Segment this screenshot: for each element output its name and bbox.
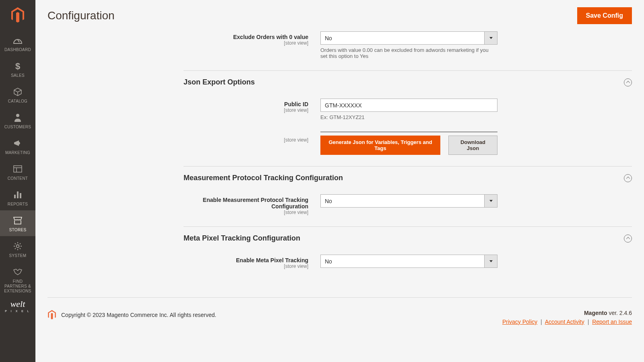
field-label: Exclude Orders with 0 value xyxy=(233,34,308,40)
sidebar-label: MARKETING xyxy=(5,150,30,155)
collapse-icon xyxy=(624,174,632,182)
sidebar-item-marketing[interactable]: MARKETING xyxy=(0,133,35,159)
person-icon xyxy=(12,112,23,123)
field-control-col: No xyxy=(320,194,497,215)
bar-chart-icon xyxy=(12,189,23,200)
sidebar-label: CATALOG xyxy=(8,99,27,104)
sidebar-item-system[interactable]: SYSTEM xyxy=(0,236,35,262)
field-scope: [store view] xyxy=(184,40,308,46)
download-json-button[interactable]: Download Json xyxy=(448,136,497,155)
section-title: Json Export Options xyxy=(184,78,255,86)
sidebar-label: CUSTOMERS xyxy=(4,125,31,130)
sidebar-item-dashboard[interactable]: DASHBOARD xyxy=(0,30,35,56)
field-enable-measurement: Enable Measurement Protocol Tracking Con… xyxy=(184,185,632,219)
svg-rect-2 xyxy=(14,166,22,172)
select-wrap: No xyxy=(320,194,497,208)
field-scope: [store view] xyxy=(184,137,308,143)
field-scope: [store view] xyxy=(184,210,308,215)
svg-text:$: $ xyxy=(15,61,20,71)
welt-sub: P I X E L xyxy=(5,310,31,313)
footer-version: Magento ver. 2.4.6 xyxy=(502,310,632,316)
layout-icon xyxy=(12,163,23,175)
handshake-icon xyxy=(12,266,23,278)
collapse-icon xyxy=(624,234,632,243)
sidebar: DASHBOARD $ SALES CATALOG CUSTOMERS MARK… xyxy=(0,0,35,362)
exclude-orders-select[interactable]: No xyxy=(320,31,497,45)
button-row-border: Generate Json for Variables, Triggers an… xyxy=(320,132,497,155)
sidebar-item-sales[interactable]: $ SALES xyxy=(0,56,35,82)
content: Exclude Orders with 0 value [store view]… xyxy=(35,27,644,345)
svg-rect-5 xyxy=(14,195,16,198)
welt-logo[interactable]: welt P I X E L xyxy=(5,300,31,313)
save-config-button[interactable]: Save Config xyxy=(577,7,632,24)
enable-measurement-select[interactable]: No xyxy=(320,194,497,208)
section-meta-pixel[interactable]: Meta Pixel Tracking Configuration xyxy=(184,226,632,246)
welt-text: welt xyxy=(10,299,25,309)
select-wrap: No xyxy=(320,255,497,268)
field-control-col: Generate Json for Variables, Triggers an… xyxy=(320,132,497,155)
field-label: Public ID xyxy=(284,101,308,107)
field-label-col: Exclude Orders with 0 value [store view] xyxy=(184,31,320,59)
dollar-icon: $ xyxy=(12,60,23,72)
magento-small-logo-icon xyxy=(47,310,56,320)
footer-ver-text: ver. 2.4.6 xyxy=(607,310,632,316)
privacy-policy-link[interactable]: Privacy Policy xyxy=(502,319,537,325)
page-title: Configuration xyxy=(47,9,115,22)
field-label: Enable Measurement Protocol Tracking Con… xyxy=(203,197,308,210)
field-scope: [store view] xyxy=(184,107,308,113)
field-exclude-orders: Exclude Orders with 0 value [store view]… xyxy=(184,27,632,63)
footer: Copyright © 2023 Magento Commerce Inc. A… xyxy=(47,297,632,333)
sidebar-item-stores[interactable]: STORES xyxy=(0,210,35,236)
sidebar-label: SALES xyxy=(11,73,25,78)
field-label: Enable Meta Pixel Tracking xyxy=(236,257,308,263)
public-id-input[interactable] xyxy=(320,99,497,112)
sidebar-item-catalog[interactable]: CATALOG xyxy=(0,82,35,107)
field-label-col: [store view] xyxy=(184,132,320,155)
generate-json-button[interactable]: Generate Json for Variables, Triggers an… xyxy=(320,136,440,155)
sidebar-label: CONTENT xyxy=(8,176,28,181)
separator: | xyxy=(541,319,542,325)
field-note: Ex: GTM-12XYZ21 xyxy=(320,114,489,120)
field-label-col: Enable Meta Pixel Tracking [store view] xyxy=(184,255,320,269)
field-scope: [store view] xyxy=(184,263,308,269)
sidebar-label: STORES xyxy=(9,228,27,232)
report-issue-link[interactable]: Report an Issue xyxy=(592,319,632,325)
sidebar-label: DASHBOARD xyxy=(4,47,31,52)
footer-brand: Magento xyxy=(584,310,607,316)
magento-logo[interactable] xyxy=(0,0,35,30)
sidebar-item-content[interactable]: CONTENT xyxy=(0,159,35,185)
section-json-export[interactable]: Json Export Options xyxy=(184,70,632,90)
enable-meta-pixel-select[interactable]: No xyxy=(320,255,497,268)
svg-point-8 xyxy=(17,245,19,248)
account-activity-link[interactable]: Account Activity xyxy=(545,319,584,325)
sidebar-label: FIND PARTNERS & EXTENSIONS xyxy=(2,279,34,294)
section-title: Measurement Protocol Tracking Configurat… xyxy=(184,174,343,182)
field-generate-json: [store view] Generate Json for Variables… xyxy=(184,124,632,159)
config-form: Exclude Orders with 0 value [store view]… xyxy=(184,27,632,273)
sidebar-item-find-partners[interactable]: FIND PARTNERS & EXTENSIONS xyxy=(0,262,35,297)
button-row: Generate Json for Variables, Triggers an… xyxy=(320,136,497,155)
page-header: Configuration Save Config xyxy=(35,0,644,27)
svg-rect-6 xyxy=(17,191,19,198)
sidebar-item-customers[interactable]: CUSTOMERS xyxy=(0,107,35,133)
collapse-icon xyxy=(624,78,632,86)
section-title: Meta Pixel Tracking Configuration xyxy=(184,234,300,243)
footer-links: Privacy Policy | Account Activity | Repo… xyxy=(502,319,632,325)
select-wrap: No xyxy=(320,31,497,45)
sidebar-item-reports[interactable]: REPORTS xyxy=(0,185,35,210)
sidebar-label: SYSTEM xyxy=(9,253,27,258)
field-note: Orders with value 0.00 can be excluded f… xyxy=(320,47,489,59)
sidebar-label: REPORTS xyxy=(8,202,28,207)
field-control-col: No xyxy=(320,255,497,269)
magento-logo-icon xyxy=(10,7,25,23)
field-control-col: No Orders with value 0.00 can be exclude… xyxy=(320,31,497,59)
section-measurement-protocol[interactable]: Measurement Protocol Tracking Configurat… xyxy=(184,166,632,185)
svg-rect-7 xyxy=(20,193,21,198)
dashboard-icon xyxy=(12,35,23,46)
field-public-id: Public ID [store view] Ex: GTM-12XYZ21 xyxy=(184,90,632,124)
box-icon xyxy=(12,86,23,97)
gear-icon xyxy=(12,241,23,252)
field-label-col: Enable Measurement Protocol Tracking Con… xyxy=(184,194,320,215)
field-control-col: Ex: GTM-12XYZ21 xyxy=(320,99,497,120)
store-icon xyxy=(12,215,23,226)
